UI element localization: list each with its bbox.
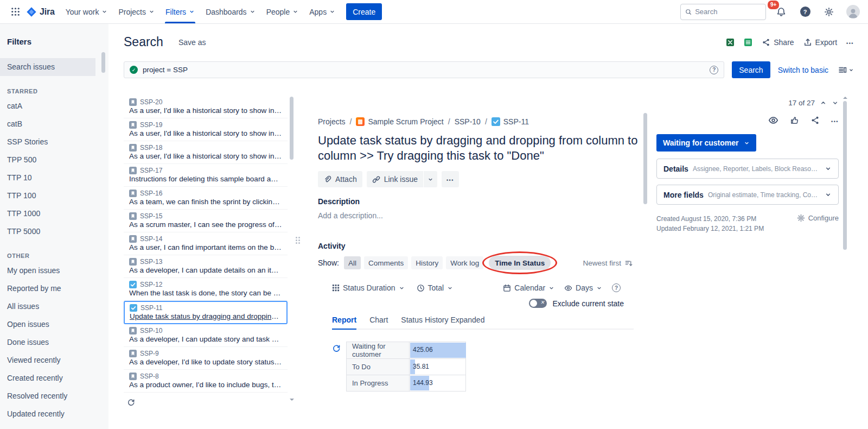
- next-issue-icon[interactable]: [832, 99, 839, 106]
- filter-work-log[interactable]: Work log: [446, 256, 483, 269]
- sidebar-item-search-issues[interactable]: Search issues: [0, 58, 95, 76]
- sidebar-item-other[interactable]: Resolved recently: [0, 387, 95, 405]
- more-icon[interactable]: [846, 37, 854, 47]
- link-issue-dropdown-icon[interactable]: [424, 171, 437, 187]
- more-actions-icon[interactable]: [442, 171, 459, 187]
- issue-row[interactable]: SSP-19 As a user, I'd like a historical …: [124, 118, 288, 141]
- filter-history[interactable]: History: [411, 256, 443, 269]
- sidebar-item-starred[interactable]: TTP 10: [0, 169, 95, 187]
- sidebar-item-starred[interactable]: SSP Stories: [0, 133, 95, 151]
- more-icon[interactable]: [831, 116, 839, 125]
- filter-comments[interactable]: Comments: [364, 256, 408, 269]
- sidebar-item-starred[interactable]: catB: [0, 115, 95, 133]
- nav-dashboards[interactable]: Dashboards: [200, 0, 261, 23]
- detail-scrollbar[interactable]: [643, 113, 647, 204]
- switch-to-basic-link[interactable]: Switch to basic: [778, 66, 828, 74]
- export-button[interactable]: Export: [803, 38, 837, 47]
- sidebar-item-other[interactable]: All issues: [0, 298, 95, 316]
- tab-report[interactable]: Report: [332, 316, 356, 330]
- details-panel[interactable]: Details Assignee, Reporter, Labels, Bloc…: [656, 159, 839, 179]
- issue-row[interactable]: SSP-16 As a team, we can finish the spri…: [124, 187, 288, 210]
- sidebar-scrollbar[interactable]: [101, 52, 105, 73]
- sidebar-item-other[interactable]: Reported by me: [0, 280, 95, 298]
- issue-row[interactable]: SSP-13 As a developer, I can update deta…: [124, 255, 288, 278]
- filter-all[interactable]: All: [344, 256, 361, 269]
- nav-people[interactable]: People: [261, 0, 304, 23]
- settings-icon[interactable]: [820, 3, 838, 21]
- issue-row-selected[interactable]: SSP-11 Update task status by dragging an…: [124, 301, 288, 324]
- share-button[interactable]: Share: [762, 38, 794, 47]
- save-as-button[interactable]: Save as: [178, 38, 206, 47]
- days-dropdown[interactable]: Days: [564, 283, 602, 292]
- exclude-current-state-toggle[interactable]: [529, 299, 547, 308]
- issue-row[interactable]: SSP-15 As a scrum master, I can see the …: [124, 210, 288, 232]
- issue-row[interactable]: SSP-8 As a product owner, I'd like to in…: [124, 370, 288, 393]
- sidebar-item-other[interactable]: Viewed recently: [0, 351, 95, 369]
- issue-list-scrollbar[interactable]: [290, 97, 293, 399]
- avatar[interactable]: [844, 3, 861, 21]
- column-resizer-handle[interactable]: [296, 237, 300, 244]
- breadcrumb-projects[interactable]: Projects: [318, 117, 346, 126]
- excel-export-icon[interactable]: [726, 38, 735, 47]
- nav-apps[interactable]: Apps: [304, 0, 341, 23]
- previous-issue-icon[interactable]: [820, 99, 827, 106]
- tab-status-history-expanded[interactable]: Status History Expanded: [401, 316, 484, 329]
- sort-order-button[interactable]: Newest first: [583, 259, 633, 267]
- plugin-help-icon[interactable]: [612, 283, 621, 292]
- breadcrumb-project[interactable]: Sample Scrum Project: [356, 117, 443, 126]
- breadcrumb-parent-issue[interactable]: SSP-10: [455, 117, 481, 126]
- breadcrumb-current-issue[interactable]: SSP-11: [492, 117, 529, 126]
- link-issue-button[interactable]: Link issue: [367, 171, 423, 187]
- issue-row[interactable]: SSP-12 When the last task is done, the s…: [124, 278, 288, 301]
- sidebar-item-other[interactable]: Updated recently: [0, 405, 95, 423]
- issue-row[interactable]: SSP-10 As a developer, I can update stor…: [124, 324, 288, 347]
- sidebar-item-starred[interactable]: TTP 5000: [0, 223, 95, 241]
- help-icon[interactable]: [796, 3, 814, 21]
- syntax-help-icon[interactable]: [710, 66, 718, 74]
- more-fields-panel[interactable]: More fields Original estimate, Time trac…: [656, 185, 839, 205]
- jql-query-text[interactable]: project = SSP: [143, 66, 188, 74]
- sidebar-item-other[interactable]: Open issues: [0, 316, 95, 333]
- issue-row[interactable]: SSP-18 As a user, I'd like a historical …: [124, 141, 288, 164]
- create-button[interactable]: Create: [346, 3, 382, 20]
- vote-icon[interactable]: [790, 116, 799, 125]
- filter-time-in-status[interactable]: Time In Status: [489, 256, 551, 270]
- notifications-icon[interactable]: 9+: [773, 3, 790, 21]
- nav-projects[interactable]: Projects: [113, 0, 160, 23]
- tab-chart[interactable]: Chart: [369, 316, 388, 329]
- jql-input[interactable]: project = SSP: [124, 61, 724, 78]
- configure-button[interactable]: Configure: [797, 214, 839, 222]
- issue-row[interactable]: SSP-14 As a user, I can find important i…: [124, 232, 288, 255]
- sheets-export-icon[interactable]: [744, 38, 752, 47]
- attach-button[interactable]: Attach: [318, 171, 362, 187]
- global-search[interactable]: [680, 4, 766, 20]
- jira-logo[interactable]: Jira: [24, 7, 60, 17]
- issue-row[interactable]: SSP-20 As a user, I'd like a historical …: [124, 96, 288, 118]
- description-placeholder[interactable]: Add a description...: [318, 211, 641, 220]
- sidebar-item-starred[interactable]: TTP 1000: [0, 205, 95, 223]
- app-switcher-icon[interactable]: [7, 3, 24, 21]
- refresh-icon[interactable]: [127, 398, 135, 406]
- calendar-dropdown[interactable]: Calendar: [503, 283, 554, 292]
- share-icon[interactable]: [810, 116, 820, 125]
- page-scrollbar[interactable]: [843, 97, 847, 429]
- sidebar-item-starred[interactable]: catA: [0, 97, 95, 115]
- total-dropdown[interactable]: Total: [417, 283, 454, 292]
- issue-row[interactable]: SSP-9 As a developer, I'd like to update…: [124, 347, 288, 370]
- issue-row[interactable]: SSP-17 Instructions for deleting this sa…: [124, 164, 288, 187]
- sidebar-item-other[interactable]: Created recently: [0, 369, 95, 387]
- detail-view-icon[interactable]: [838, 66, 854, 74]
- watch-icon[interactable]: [768, 115, 778, 125]
- global-search-input[interactable]: [695, 8, 761, 16]
- status-dropdown[interactable]: Waiting for customer: [656, 134, 756, 152]
- nav-filters[interactable]: Filters: [160, 0, 200, 23]
- nav-your-work[interactable]: Your work: [60, 0, 113, 23]
- refresh-icon[interactable]: [332, 344, 341, 352]
- sidebar-item-starred[interactable]: TTP 100: [0, 187, 95, 205]
- search-button[interactable]: Search: [732, 61, 770, 78]
- sidebar-item-other[interactable]: Done issues: [0, 333, 95, 351]
- sidebar-item-starred[interactable]: TPP 500: [0, 151, 95, 169]
- status-duration-dropdown[interactable]: Status Duration: [332, 283, 405, 292]
- issue-title[interactable]: Update task status by dragging and dropp…: [318, 133, 641, 163]
- sidebar-item-other[interactable]: My open issues: [0, 262, 95, 280]
